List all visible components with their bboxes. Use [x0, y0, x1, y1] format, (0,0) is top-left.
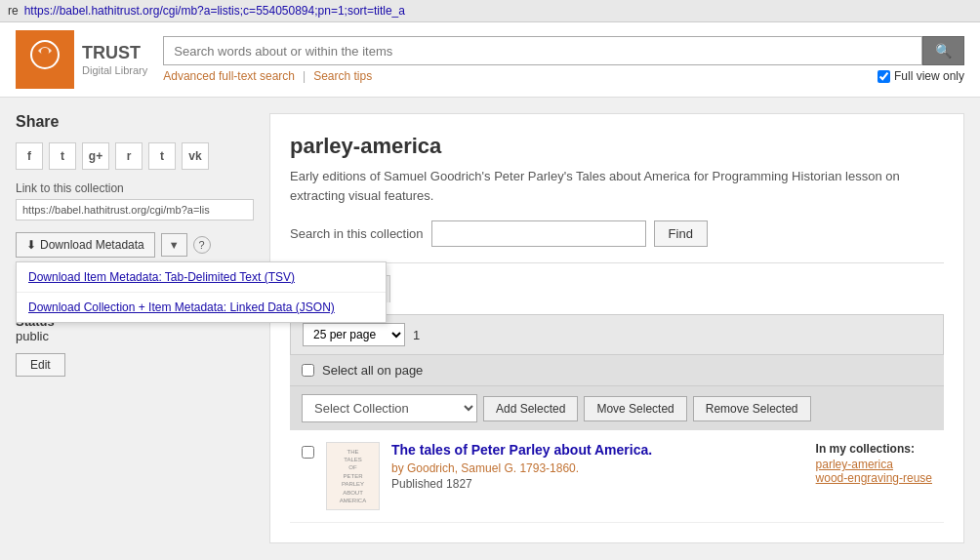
search-links: Advanced full-text search | Search tips …: [163, 69, 964, 83]
link-label: Link to this collection: [16, 181, 254, 195]
sep: |: [303, 69, 306, 83]
download-btn-area: ⬇ Download Metadata ▼ ? Download Item Me…: [16, 232, 254, 258]
search-in-label: Search in this collection: [290, 226, 424, 241]
collection-select[interactable]: Select Collection: [302, 394, 477, 422]
download-arrow-btn[interactable]: ▼: [161, 233, 187, 257]
page-number: 1: [413, 328, 420, 342]
move-selected-btn[interactable]: Move Selected: [584, 396, 686, 421]
search-bar: 🔍: [163, 36, 964, 65]
book-title-link[interactable]: The tales of Peter Parley about America.: [391, 442, 804, 458]
book-collections: In my collections: parley-america wood-e…: [816, 442, 932, 485]
facebook-btn[interactable]: f: [16, 142, 43, 170]
status-value: public: [16, 329, 254, 343]
download-dropdown: Download Item Metadata: Tab-Delimited Te…: [16, 261, 387, 323]
search-tips-link[interactable]: Search tips: [313, 69, 372, 83]
select-all-row: Select all on page: [290, 355, 944, 385]
reddit-btn[interactable]: r: [115, 142, 143, 170]
svg-rect-0: [20, 35, 69, 84]
logo-area: TRUST Digital Library: [16, 30, 147, 89]
divider: [290, 262, 944, 263]
full-view-area: Full view only: [878, 69, 964, 83]
search-in-collection: Search in this collection Find: [290, 220, 944, 247]
select-all-label: Select all on page: [322, 363, 423, 378]
collection-toolbar: Select Collection Add Selected Move Sele…: [290, 385, 944, 430]
download-icon: ⬇: [26, 238, 36, 252]
logo-icon: [16, 30, 74, 89]
select-all-checkbox[interactable]: [302, 364, 314, 377]
find-btn[interactable]: Find: [654, 220, 708, 247]
sidebar: Share f t g+ r t vk Link to this collect…: [16, 113, 269, 543]
search-input[interactable]: [163, 36, 922, 65]
tumblr-btn[interactable]: t: [148, 142, 176, 170]
book-author: by Goodrich, Samuel G. 1793-1860.: [391, 461, 804, 475]
content-area: parley-america Early editions of Samuel …: [269, 113, 964, 543]
collection-link-0[interactable]: parley-america: [816, 458, 932, 471]
logo-subtitle: Digital Library: [82, 64, 147, 76]
googleplus-btn[interactable]: g+: [82, 142, 109, 170]
social-icons: f t g+ r t vk: [16, 142, 254, 170]
browser-url: https://babel.hathitrust.org/cgi/mb?a=li…: [24, 4, 972, 18]
search-button[interactable]: 🔍: [922, 36, 964, 65]
search-area: 🔍 Advanced full-text search | Search tip…: [163, 36, 964, 83]
download-label: Download Metadata: [40, 238, 144, 252]
share-title: Share: [16, 113, 254, 131]
vk-btn[interactable]: vk: [182, 142, 209, 170]
full-view-checkbox[interactable]: [878, 70, 890, 83]
book-checkbox[interactable]: [302, 446, 314, 459]
twitter-btn[interactable]: t: [49, 142, 76, 170]
remove-selected-btn[interactable]: Remove Selected: [693, 396, 811, 421]
logo-trust: TRUST: [82, 43, 147, 64]
site-header: TRUST Digital Library 🔍 Advanced full-te…: [0, 22, 980, 98]
per-page-select[interactable]: 25 per page 50 per page 100 per page: [303, 323, 405, 346]
search-in-input[interactable]: [431, 220, 646, 247]
book-pub: Published 1827: [391, 477, 804, 491]
help-icon[interactable]: ?: [193, 236, 211, 254]
browser-back: re: [8, 4, 19, 18]
collection-desc: Early editions of Samuel Goodrich's Pete…: [290, 167, 944, 205]
add-selected-btn[interactable]: Add Selected: [483, 396, 578, 421]
book-thumbnail: THETALESOFPETERPARLEYABOUTAMERICA: [326, 442, 380, 510]
edit-btn[interactable]: Edit: [16, 353, 65, 377]
advanced-search-link[interactable]: Advanced full-text search: [163, 69, 295, 83]
browser-bar: re https://babel.hathitrust.org/cgi/mb?a…: [0, 0, 980, 22]
logo-text-area: TRUST Digital Library: [82, 43, 147, 76]
download-json-item[interactable]: Download Collection + Item Metadata: Lin…: [17, 293, 386, 322]
link-box: https://babel.hathitrust.org/cgi/mb?a=li…: [16, 199, 254, 220]
collection-title: parley-america: [290, 134, 944, 159]
svg-point-2: [41, 48, 49, 56]
collections-label: In my collections:: [816, 442, 932, 456]
book-item: THETALESOFPETERPARLEYABOUTAMERICA The ta…: [290, 430, 944, 523]
main-container: Share f t g+ r t vk Link to this collect…: [0, 98, 980, 559]
items-toolbar: 25 per page 50 per page 100 per page 1: [290, 314, 944, 355]
full-view-label: Full view only: [894, 69, 964, 83]
collection-link-1[interactable]: wood-engraving-reuse: [816, 471, 932, 485]
download-metadata-btn[interactable]: ⬇ Download Metadata: [16, 232, 155, 258]
book-info: The tales of Peter Parley about America.…: [391, 442, 804, 491]
download-tsv-item[interactable]: Download Item Metadata: Tab-Delimited Te…: [17, 262, 386, 293]
